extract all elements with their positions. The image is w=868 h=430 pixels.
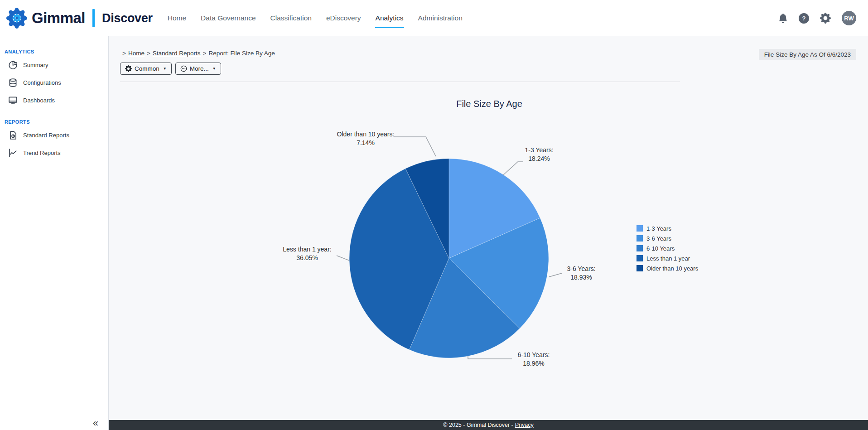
slice-label-3-6-years: 3-6 Years:18.93% xyxy=(567,265,595,281)
common-gear-icon xyxy=(125,65,132,72)
report-date-label: File Size By Age As Of 6/6/2023 xyxy=(759,49,856,60)
sidebar-item-label: Summary xyxy=(23,62,48,68)
notifications-bell-icon[interactable] xyxy=(778,14,788,23)
primary-nav: HomeData GovernanceClassificationeDiscov… xyxy=(167,0,463,36)
settings-gear-icon[interactable] xyxy=(820,13,831,24)
gimmal-logo-icon xyxy=(6,8,27,29)
privacy-link[interactable]: Privacy xyxy=(515,422,534,428)
sidebar: ANALYTICSSummaryConfigurationsDashboards… xyxy=(0,36,109,430)
nav-item-ediscovery[interactable]: eDiscovery xyxy=(326,10,362,28)
nav-item-data-governance[interactable]: Data Governance xyxy=(200,10,256,28)
brand-logo: Gimmal Discover xyxy=(0,8,153,29)
breadcrumb-link-standard-reports[interactable]: Standard Reports xyxy=(153,50,201,57)
slice-label-older-than-10-years: Older than 10 years:7.14% xyxy=(337,130,395,146)
legend-item-1-3-years: 1-3 Years xyxy=(637,225,671,232)
legend-item-older-than-10-years: Older than 10 years xyxy=(637,265,699,272)
label-leader-line xyxy=(549,273,562,277)
sidebar-item-standard-reports[interactable]: Standard Reports xyxy=(0,126,108,144)
sidebar-collapse-button[interactable]: « xyxy=(93,417,98,429)
legend-item-3-6-years: 3-6 Years xyxy=(637,235,671,242)
help-icon[interactable]: ? xyxy=(799,13,809,24)
sidebar-item-configurations[interactable]: Configurations xyxy=(0,74,108,92)
monitor-icon xyxy=(8,96,18,105)
breadcrumb: >Home>Standard Reports>Report: File Size… xyxy=(120,50,275,57)
legend-swatch xyxy=(637,255,643,261)
sidebar-item-trend-reports[interactable]: Trend Reports xyxy=(0,144,108,162)
more-button-label: More... xyxy=(190,65,209,72)
legend-swatch xyxy=(637,265,643,271)
brand-divider xyxy=(92,9,95,27)
legend-item-less-than-1-year: Less than 1 year xyxy=(637,255,690,262)
trend-icon xyxy=(8,148,18,158)
report-icon xyxy=(8,130,18,140)
legend-swatch xyxy=(637,245,643,251)
footer-copyright: © 2025 - Gimmal Discover - xyxy=(443,422,513,428)
app-window: Gimmal Discover HomeData GovernanceClass… xyxy=(0,0,868,430)
header-actions: ? RW xyxy=(778,11,868,25)
legend-swatch xyxy=(637,235,643,242)
nav-item-home[interactable]: Home xyxy=(167,10,187,28)
legend-swatch xyxy=(637,225,643,232)
slice-label-6-10-years: 6-10 Years:18.96% xyxy=(518,351,550,367)
breadcrumb-current: Report: File Size By Age xyxy=(209,50,275,57)
slice-label-less-than-1-year: Less than 1 year:36.05% xyxy=(283,246,331,261)
user-avatar[interactable]: RW xyxy=(842,11,856,25)
footer: © 2025 - Gimmal Discover - Privacy xyxy=(109,420,868,430)
breadcrumb-separator: > xyxy=(147,50,150,57)
breadcrumb-prefix: > xyxy=(122,50,126,57)
label-leader-line xyxy=(337,256,349,261)
slice-label-1-3-years: 1-3 Years:18.24% xyxy=(525,146,553,162)
database-icon xyxy=(8,78,18,87)
legend-label: Less than 1 year xyxy=(646,255,690,262)
nav-item-administration[interactable]: Administration xyxy=(418,10,463,28)
legend-label: 6-10 Years xyxy=(646,245,675,252)
sidebar-item-label: Trend Reports xyxy=(23,150,61,156)
sidebar-item-label: Dashboards xyxy=(23,97,55,104)
legend-label: 1-3 Years xyxy=(646,225,671,232)
product-name: Discover xyxy=(102,11,153,25)
breadcrumb-link-home[interactable]: Home xyxy=(128,50,145,57)
sidebar-item-label: Configurations xyxy=(23,79,61,86)
nav-item-analytics[interactable]: Analytics xyxy=(375,10,404,28)
legend-item-6-10-years: 6-10 Years xyxy=(637,245,675,252)
content-area: >Home>Standard Reports>Report: File Size… xyxy=(109,36,868,430)
label-leader-line xyxy=(503,162,523,175)
legend-label: 3-6 Years xyxy=(646,235,671,242)
sidebar-item-dashboards[interactable]: Dashboards xyxy=(0,92,108,109)
common-button-label: Common xyxy=(135,65,159,72)
chevron-down-icon: ▼ xyxy=(212,67,216,71)
top-header: Gimmal Discover HomeData GovernanceClass… xyxy=(0,0,868,36)
sidebar-item-summary[interactable]: Summary xyxy=(0,56,108,74)
chevron-down-icon: ▼ xyxy=(163,67,167,71)
legend-label: Older than 10 years xyxy=(646,265,699,272)
more-ellipsis-icon xyxy=(180,65,187,72)
pie-chart-icon xyxy=(8,60,18,70)
brand-name: Gimmal xyxy=(32,10,85,27)
nav-item-classification[interactable]: Classification xyxy=(270,10,312,28)
label-leader-line xyxy=(468,356,512,359)
label-leader-line xyxy=(394,137,436,156)
sidebar-item-label: Standard Reports xyxy=(23,132,69,139)
breadcrumb-separator: > xyxy=(203,50,207,57)
sidebar-section-reports: REPORTS xyxy=(0,119,108,126)
chart-title: File Size By Age xyxy=(456,99,522,109)
pie-chart: File Size By Age1-3 Years:18.24%3-6 Year… xyxy=(109,72,868,408)
sidebar-section-analytics: ANALYTICS xyxy=(0,49,108,56)
